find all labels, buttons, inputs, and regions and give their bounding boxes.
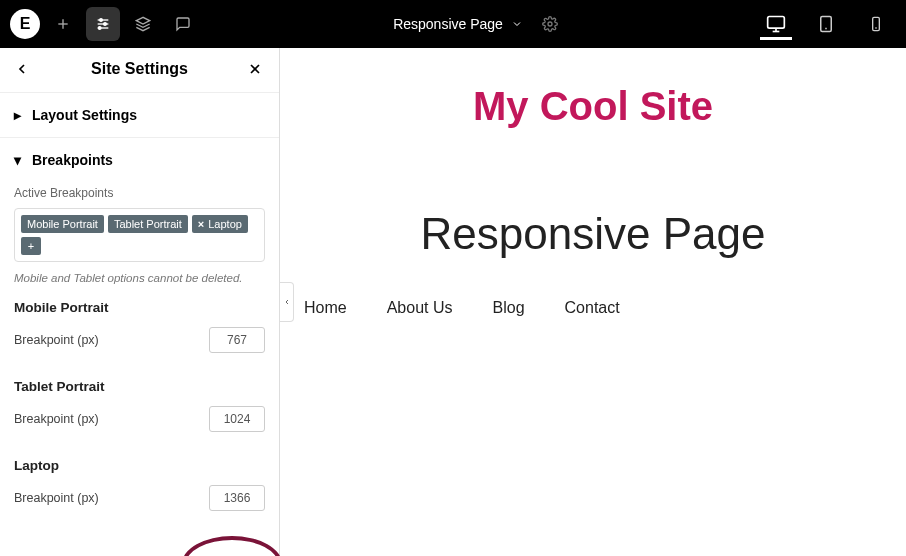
device-mobile-button[interactable] (860, 8, 892, 40)
chip-tablet-portrait[interactable]: Tablet Portrait (108, 215, 188, 233)
bp-label: Breakpoint (px) (14, 333, 99, 347)
mobile-icon (868, 16, 884, 32)
topbar-right (760, 8, 906, 40)
gear-icon (542, 16, 558, 32)
breakpoints-body: Active Breakpoints Mobile Portrait Table… (0, 182, 279, 535)
top-bar: E Responsive Page (0, 0, 906, 48)
bp-group-tablet: Tablet Portrait Breakpoint (px) (14, 379, 265, 442)
chevron-down-icon (511, 18, 523, 30)
chip-laptop[interactable]: ×Laptop (192, 215, 248, 233)
section-label: Layout Settings (32, 107, 137, 123)
desktop-icon (766, 14, 786, 34)
back-button[interactable] (14, 61, 32, 77)
svg-rect-15 (873, 17, 880, 30)
chevron-left-icon (283, 298, 291, 306)
sliders-icon (95, 16, 111, 32)
elementor-logo[interactable]: E (10, 9, 40, 39)
svg-point-9 (548, 22, 552, 26)
bp-input-tablet[interactable] (209, 406, 265, 432)
plus-icon (55, 16, 71, 32)
page-settings-button[interactable] (533, 7, 567, 41)
svg-point-7 (98, 27, 101, 30)
bp-title-laptop: Laptop (14, 458, 265, 473)
sidebar-title: Site Settings (91, 60, 188, 78)
layers-icon (135, 16, 151, 32)
nav-link-about[interactable]: About Us (387, 299, 453, 317)
section-label: Breakpoints (32, 152, 113, 168)
page-heading[interactable]: Responsive Page (294, 209, 892, 259)
caret-right-icon: ▸ (14, 107, 24, 123)
caret-down-icon: ▾ (14, 152, 24, 168)
bp-title-tablet: Tablet Portrait (14, 379, 265, 394)
sidebar-header: Site Settings (0, 48, 279, 92)
bp-label: Breakpoint (px) (14, 491, 99, 505)
bp-label: Breakpoint (px) (14, 412, 99, 426)
settings-sidebar: Site Settings ▸ Layout Settings ▾ Breakp… (0, 48, 280, 556)
svg-rect-10 (768, 17, 785, 29)
tablet-icon (817, 15, 835, 33)
chevron-left-icon (14, 61, 30, 77)
chip-mobile-portrait[interactable]: Mobile Portrait (21, 215, 104, 233)
topbar-left: E (0, 7, 200, 41)
editor-canvas[interactable]: My Cool Site Responsive Page Home About … (280, 48, 906, 556)
active-breakpoints-field[interactable]: Mobile Portrait Tablet Portrait ×Laptop … (14, 208, 265, 262)
collapse-sidebar-button[interactable] (280, 282, 294, 322)
nav-link-home[interactable]: Home (304, 299, 347, 317)
nav-link-blog[interactable]: Blog (493, 299, 525, 317)
bp-input-laptop[interactable] (209, 485, 265, 511)
remove-icon[interactable]: × (198, 218, 204, 230)
bp-group-mobile: Mobile Portrait Breakpoint (px) (14, 300, 265, 363)
structure-button[interactable] (126, 7, 160, 41)
device-desktop-button[interactable] (760, 8, 792, 40)
section-breakpoints[interactable]: ▾ Breakpoints (0, 137, 279, 182)
breakpoints-note: Mobile and Tablet options cannot be dele… (14, 272, 265, 284)
svg-marker-8 (136, 17, 149, 24)
bp-group-laptop: Laptop Breakpoint (px) (14, 458, 265, 521)
nav-menu[interactable]: Home About Us Blog Contact (294, 299, 892, 317)
nav-link-contact[interactable]: Contact (565, 299, 620, 317)
active-breakpoints-label: Active Breakpoints (14, 186, 265, 200)
section-layout-settings[interactable]: ▸ Layout Settings (0, 92, 279, 137)
notes-button[interactable] (166, 7, 200, 41)
comment-icon (175, 16, 191, 32)
main-area: Site Settings ▸ Layout Settings ▾ Breakp… (0, 48, 906, 556)
chip-add-breakpoint[interactable]: + (21, 237, 41, 255)
add-element-button[interactable] (46, 7, 80, 41)
topbar-center: Responsive Page (200, 7, 760, 41)
bp-input-mobile[interactable] (209, 327, 265, 353)
svg-point-5 (104, 23, 107, 26)
bp-title-mobile: Mobile Portrait (14, 300, 265, 315)
site-settings-button[interactable] (86, 7, 120, 41)
close-button[interactable] (247, 61, 265, 77)
close-icon (247, 61, 263, 77)
device-tablet-button[interactable] (810, 8, 842, 40)
page-name: Responsive Page (393, 16, 503, 32)
page-selector[interactable]: Responsive Page (393, 16, 523, 32)
site-brand-heading[interactable]: My Cool Site (294, 84, 892, 129)
svg-point-3 (100, 19, 103, 22)
